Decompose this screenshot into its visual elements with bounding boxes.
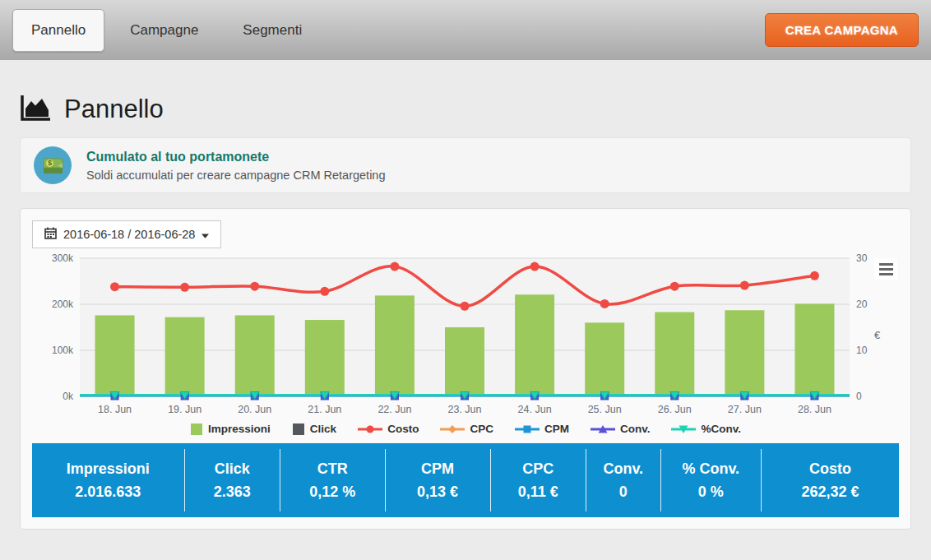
stat-value: 262,32 € — [801, 484, 859, 501]
stat-value: 0 % — [698, 484, 724, 501]
legend-item-cpc[interactable]: CPC — [440, 423, 493, 435]
axis-left: 0k100k200k300k — [52, 252, 74, 402]
chart-bar — [794, 303, 834, 396]
stat-click: Click2.363 — [185, 443, 280, 517]
stat-value: 2.363 — [214, 484, 251, 501]
stat-value: 0,11 € — [518, 484, 558, 501]
x-axis-labels: 18. Jun19. Jun20. Jun21. Jun22. Jun23. J… — [98, 404, 831, 415]
svg-text:0: 0 — [856, 391, 862, 402]
costo-point — [810, 271, 819, 280]
chart-bar — [165, 317, 205, 396]
stat-label: % Conv. — [682, 460, 739, 478]
svg-text:22. Jun: 22. Jun — [377, 404, 411, 415]
page-title: Pannello — [64, 95, 164, 124]
chart-bar — [445, 327, 484, 396]
chart-bar — [305, 320, 345, 396]
tab-campagne[interactable]: Campagne — [111, 9, 217, 52]
stat-value: 0,13 € — [417, 484, 458, 501]
stat-label: CPC — [522, 460, 554, 478]
chart-legend: ImpressioniClickCostoCPCCPMConv.%Conv. — [32, 423, 899, 435]
costo-point — [530, 262, 540, 271]
stat-cpm: CPM0,13 € — [386, 443, 490, 517]
tab-pannello[interactable]: Pannello — [12, 9, 104, 52]
costo-point — [250, 282, 259, 291]
costo-point — [740, 281, 749, 290]
stat-label: Click — [215, 460, 250, 478]
top-navbar: Pannello Campagne Segmenti CREA CAMPAGNA — [0, 0, 931, 60]
calendar-icon — [44, 227, 57, 242]
chart-bar — [515, 294, 554, 396]
costo-point — [180, 283, 189, 292]
chart-bar — [95, 315, 135, 396]
stat-cpc: CPC0,11 € — [491, 443, 586, 517]
svg-text:300k: 300k — [52, 252, 74, 264]
stat-conv: Conv.0 — [586, 443, 660, 517]
svg-text:20. Jun: 20. Jun — [238, 404, 271, 415]
stat-label: Conv. — [603, 460, 643, 478]
chart-bar — [725, 310, 764, 396]
tab-segmenti[interactable]: Segmenti — [224, 9, 321, 52]
legend-item-costo[interactable]: Costo — [358, 423, 419, 435]
costo-point — [390, 262, 399, 271]
stat-value: 0,12 % — [309, 484, 355, 501]
chart-bar — [235, 315, 275, 396]
svg-text:100k: 100k — [52, 345, 74, 356]
costo-point — [600, 299, 609, 308]
svg-text:0k: 0k — [63, 391, 74, 402]
legend-label: Impressioni — [208, 423, 271, 435]
stat-value: 2.016.633 — [75, 484, 141, 501]
stat-label: CPM — [421, 460, 454, 478]
costo-point — [320, 287, 329, 296]
legend-item-conv[interactable]: Conv. — [591, 423, 651, 435]
legend-label: CPM — [544, 423, 569, 435]
stat-costo: Costo262,32 € — [762, 443, 899, 517]
svg-text:21. Jun: 21. Jun — [308, 404, 341, 415]
nav-tabs: Pannello Campagne Segmenti — [12, 9, 321, 52]
legend-item-conv[interactable]: %Conv. — [671, 423, 741, 435]
stat-label: Impressioni — [67, 460, 150, 478]
svg-text:18. Jun: 18. Jun — [98, 404, 132, 415]
legend-label: CPC — [470, 423, 493, 435]
area-chart-icon — [20, 93, 53, 126]
stat-label: CTR — [317, 460, 348, 478]
stats-bar: Impressioni2.016.633Click2.363CTR0,12 %C… — [32, 443, 899, 517]
wallet-subtitle: Soldi accumulati per creare campagne CRM… — [86, 169, 385, 182]
svg-text:25. Jun: 25. Jun — [588, 404, 622, 415]
stat-label: Costo — [809, 460, 851, 478]
svg-text:24. Jun: 24. Jun — [518, 404, 552, 415]
legend-label: Click — [310, 423, 336, 435]
svg-text:19. Jun: 19. Jun — [168, 404, 201, 415]
chart-bar — [655, 312, 694, 396]
svg-text:10: 10 — [856, 345, 868, 356]
chart-bar — [375, 295, 415, 396]
svg-text:30: 30 — [856, 252, 868, 264]
svg-text:200k: 200k — [52, 299, 74, 310]
stat-impressioni: Impressioni2.016.633 — [32, 443, 184, 517]
chart-bar — [585, 322, 624, 396]
legend-item-click[interactable]: Click — [292, 423, 336, 435]
combo-chart: 0k100k200k300k0102030€18. Jun19. Jun20. … — [32, 252, 899, 421]
create-campaign-button[interactable]: CREA CAMPAGNA — [765, 13, 919, 47]
legend-label: %Conv. — [701, 423, 741, 435]
svg-text:27. Jun: 27. Jun — [728, 404, 762, 415]
svg-text:28. Jun: 28. Jun — [798, 404, 831, 415]
stat-conv: % Conv.0 % — [661, 443, 761, 517]
money-icon: $ — [34, 146, 72, 184]
chart-panel: 2016-06-18 / 2016-06-28 0k100k200k300k01… — [20, 208, 911, 530]
wallet-banner: $ Cumulato al tuo portamonete Soldi accu… — [20, 137, 911, 193]
hamburger-menu-icon[interactable] — [874, 258, 897, 280]
legend-label: Costo — [387, 423, 419, 435]
svg-text:€: € — [874, 329, 881, 341]
svg-text:26. Jun: 26. Jun — [658, 404, 692, 415]
svg-text:23. Jun: 23. Jun — [447, 404, 481, 415]
stat-ctr: CTR0,12 % — [280, 443, 385, 517]
legend-item-cpm[interactable]: CPM — [515, 423, 569, 435]
legend-label: Conv. — [620, 423, 651, 435]
date-range-label: 2016-06-18 / 2016-06-28 — [63, 228, 195, 241]
stat-value: 0 — [619, 484, 628, 501]
costo-point — [461, 302, 470, 311]
costo-point — [110, 282, 119, 291]
date-range-picker[interactable]: 2016-06-18 / 2016-06-28 — [32, 220, 221, 248]
svg-text:20: 20 — [856, 299, 868, 310]
legend-item-impressioni[interactable]: Impressioni — [190, 423, 271, 435]
